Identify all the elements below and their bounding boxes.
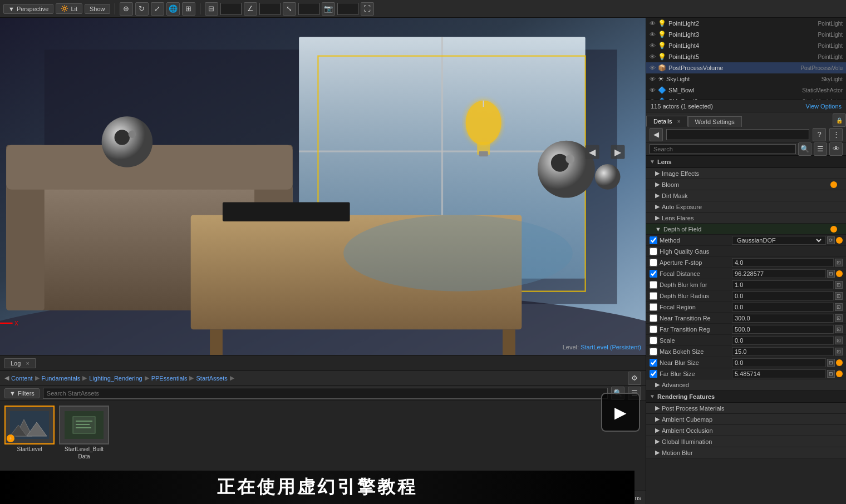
show-button[interactable]: Show [85,4,110,14]
near-transition-value[interactable] [732,314,834,323]
depth-blur-km-value[interactable] [732,280,834,289]
details-actor-name-input[interactable]: PostProcessVolume [666,129,809,140]
section-lens[interactable]: ▼ Lens [646,156,846,168]
subsection-ppm[interactable]: ▶ Post Process Materials [646,403,846,414]
method-checkbox[interactable] [650,236,657,244]
angle-value-input[interactable]: 10° [259,3,281,15]
content-browser-settings-icon[interactable]: ⚙ [628,372,641,385]
details-lock-icon[interactable]: 🔒 [833,113,846,127]
subsection-motion-blur[interactable]: ▶ Motion Blur [646,447,846,458]
focal-region-input[interactable] [735,304,831,310]
outliner-row-postprocessvolume[interactable]: 👁 📦 PostProcessVolume PostProcessVolu [646,62,846,73]
subsection-lens-flares[interactable]: ▶ Lens Flares [646,213,846,224]
log-tab[interactable]: Log × [4,358,36,368]
breadcrumb-lighting[interactable]: Lighting_Rendering [89,375,142,382]
near-transition-checkbox[interactable] [650,314,657,322]
focal-region-reset[interactable]: ⊡ [835,303,843,311]
lit-button[interactable]: 🔆 Lit [56,3,82,14]
outliner-row-pointlight3[interactable]: 👁 💡 PointLight3 PointLight [646,29,846,40]
breadcrumb-ppessentials[interactable]: PPEssentials [151,375,188,382]
near-blur-value[interactable] [732,358,826,367]
depth-blur-km-checkbox[interactable] [650,281,657,289]
far-transition-reset[interactable]: ⊡ [835,325,843,333]
subsection-ambient-cubemap[interactable]: ▶ Ambient Cubemap [646,414,846,425]
hqgaussian-checkbox[interactable] [650,248,657,255]
depth-blur-km-input[interactable] [735,281,831,288]
details-grid-icon[interactable]: ☰ [814,142,827,156]
focal-dist-checkbox[interactable] [650,270,657,278]
scale-value[interactable] [732,336,834,345]
aperture-reset[interactable]: ⊡ [835,259,843,266]
eye-icon-pointlight3[interactable]: 👁 [650,31,656,38]
aperture-input[interactable] [735,259,831,266]
subsection-global-illumination[interactable]: ▶ Global Illumination [646,436,846,447]
scale-reset[interactable]: ⊡ [835,337,843,344]
details-eye-icon[interactable]: 👁 [829,142,843,156]
eye-icon-pointlight4[interactable]: 👁 [650,42,656,49]
method-value[interactable]: GaussianDOF CircleDOF [732,236,826,245]
search-content-input[interactable] [43,388,608,399]
focal-region-checkbox[interactable] [650,303,657,311]
details-scroll[interactable]: ▼ Lens ▶ Image Effects ▶ Bloom ▶ Dirt Ma… [646,156,846,504]
surface-snap-icon[interactable]: ⊞ [182,2,195,16]
breadcrumb-startassets[interactable]: StartAssets [196,375,227,382]
view-options-btn[interactable]: View Options [805,103,842,110]
focal-dist-input[interactable] [735,270,823,277]
details-search-icon[interactable]: 🔍 [798,142,811,156]
far-transition-input[interactable] [735,326,831,333]
focal-dist-value[interactable] [732,269,826,278]
outliner-row-pointlight2[interactable]: 👁 💡 PointLight2 PointLight [646,18,846,29]
world-icon[interactable]: 🌐 [166,2,180,16]
video-overlay-button[interactable]: ▶ [601,393,640,432]
eye-icon-ppv[interactable]: 👁 [650,65,656,71]
dof-reset-btn[interactable] [829,226,837,233]
far-transition-value[interactable] [732,325,834,334]
details-extra-icon[interactable]: ⋮ [829,128,843,141]
near-transition-input[interactable] [735,315,831,322]
depth-blur-km-reset[interactable]: ⊡ [835,281,843,289]
outliner-row-smbowl2[interactable]: 👁 🔷 SM_Bowl2 StaticMeshActor [646,96,846,100]
outliner-row-pointlight5[interactable]: 👁 💡 PointLight5 PointLight [646,51,846,62]
near-blur-checkbox[interactable] [650,359,657,367]
translate-icon[interactable]: ⊕ [120,2,133,16]
camera-icon[interactable]: 📷 [322,2,335,16]
depth-blur-radius-reset[interactable]: ⊡ [835,292,843,300]
details-help-icon[interactable]: ? [813,128,826,141]
filters-button[interactable]: ▼ Filters [4,388,40,398]
aperture-value[interactable] [732,258,834,267]
subsection-image-effects[interactable]: ▶ Image Effects [646,168,846,179]
eye-icon-smbowl[interactable]: 👁 [650,87,656,93]
method-reset[interactable]: ⟳ [827,236,835,244]
perspective-button[interactable]: ▼ Perspective [3,4,53,14]
subsection-dirt-mask[interactable]: ▶ Dirt Mask [646,190,846,201]
breadcrumb-content[interactable]: Content [11,375,33,382]
max-bokeh-value[interactable] [732,347,834,356]
far-blur-value[interactable] [732,369,826,378]
focal-region-value[interactable] [732,303,834,312]
outliner-row-skylight[interactable]: 👁 ☀ SkyLight SkyLight [646,73,846,85]
asset-startlevel[interactable]: + StartLevel [4,406,55,453]
eye-icon-skylight[interactable]: 👁 [650,76,656,82]
grid-snap-icon[interactable]: ⊟ [205,2,218,16]
aperture-checkbox[interactable] [650,259,657,266]
far-blur-reset[interactable]: ⊡ [827,370,835,378]
viewport[interactable]: ◀ ▶ X Y Z Level: St [0,18,646,355]
asset-startlevel-built[interactable]: StartLevel_Built Data [59,406,109,460]
scale-icon[interactable]: ⤢ [151,2,164,16]
depth-blur-radius-checkbox[interactable] [650,292,657,300]
outliner-row-smbowl[interactable]: 👁 🔷 SM_Bowl StaticMeshActor [646,85,846,96]
angle-snap-icon[interactable]: ∠ [244,2,257,16]
tab-details[interactable]: Details × [646,116,688,127]
near-blur-reset[interactable]: ⊡ [827,359,835,367]
snap-value-input[interactable]: 10 [220,3,242,15]
details-back-icon[interactable]: ◀ [650,128,663,141]
scale-value-input[interactable]: 0.25 [298,3,319,15]
details-search-input[interactable] [650,144,796,154]
subsection-auto-exposure[interactable]: ▶ Auto Exposure [646,201,846,213]
scale-checkbox[interactable] [650,337,657,344]
outliner-row-pointlight4[interactable]: 👁 💡 PointLight4 PointLight [646,40,846,51]
subsection-ambient-occlusion[interactable]: ▶ Ambient Occlusion [646,425,846,436]
focal-dist-reset[interactable]: ⊡ [827,270,835,278]
eye-icon-pointlight5[interactable]: 👁 [650,53,656,60]
rotate-icon[interactable]: ↻ [135,2,149,16]
